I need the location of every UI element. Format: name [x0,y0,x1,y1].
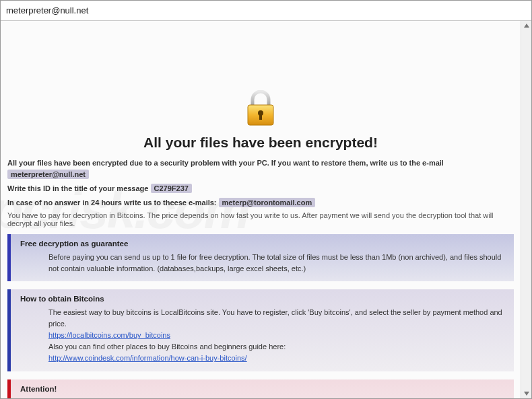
guarantee-body: Before paying you can send us up to 1 fi… [20,252,507,275]
bitcoins-title: How to obtain Bitcoins [20,295,507,303]
attention-title: Attention! [20,385,507,393]
localbitcoins-link[interactable]: https://localbitcoins.com/buy_bitcoins [48,331,170,339]
ransom-note-content: pcrisk.com [1,21,521,398]
header-block: All your files have been encrypted! [7,87,514,151]
attention-section: Attention! Do not rename encrypted files… [7,379,514,398]
content-wrapper: pcrisk.com [1,21,531,398]
guarantee-section: Free decryption as guarantee Before payi… [7,234,514,281]
window-titlebar: meterpreter@null.net [1,1,531,21]
intro-text-3: In case of no answer in 24 hours write u… [7,198,219,207]
attention-item: Do not rename encrypted files. [61,397,507,398]
bitcoins-text-1: The easiest way to buy bitcoins is Local… [48,307,507,330]
intro-line-2: Write this ID in the title of your messa… [7,183,514,194]
lock-icon [244,90,277,131]
svg-rect-2 [259,113,262,120]
intro-line-3: In case of no answer in 24 hours write u… [7,197,514,209]
bitcoins-section: How to obtain Bitcoins The easiest way t… [7,289,514,371]
scroll-down-arrow-icon[interactable] [522,389,531,398]
page-title: All your files have been encrypted! [7,135,514,151]
secondary-email-badge: meterp@torontomail.com [219,198,316,207]
intro-text-2: Write this ID in the title of your messa… [7,184,151,192]
bitcoins-body: The easiest way to buy bitcoins is Local… [20,307,507,364]
bitcoins-text-2: Also you can find other places to buy Bi… [48,341,507,353]
app-window: meterpreter@null.net pcrisk.com [0,0,532,399]
intro-line-1: All your files have been encrypted due t… [7,157,514,180]
primary-email-badge: meterpreter@null.net [7,170,89,179]
window-title: meterpreter@null.net [6,5,88,15]
intro-text-1: All your files have been encrypted due t… [7,159,444,167]
scroll-up-arrow-icon[interactable] [522,21,531,30]
vertical-scrollbar[interactable] [521,21,531,398]
victim-id-badge: C279F237 [151,184,192,193]
payment-note: You have to pay for decryption in Bitcoi… [7,211,514,227]
guarantee-title: Free decryption as guarantee [20,240,507,248]
attention-list: Do not rename encrypted files. Do not tr… [20,397,507,398]
coindesk-link[interactable]: http://www.coindesk.com/information/how-… [48,354,247,362]
